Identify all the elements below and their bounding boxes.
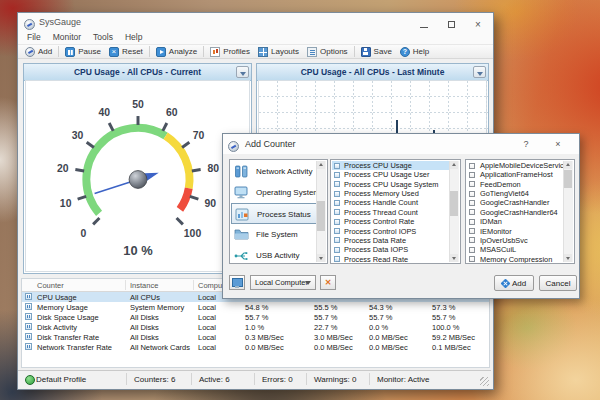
add-button[interactable]: Add [21,46,56,58]
list-item[interactable]: ApplicationFrameHost [467,170,563,179]
separator [58,46,59,57]
scroll-down-icon[interactable] [564,254,572,262]
list-item[interactable]: GoogleCrashHandler [467,198,563,207]
cancel-button[interactable]: Cancel [539,275,577,291]
counter-icon [25,333,32,340]
list-item[interactable]: Process Memory Used [332,189,449,198]
status-warnings: Warnings: 0 [314,375,356,384]
checkbox[interactable] [469,191,475,197]
panel-header: CPU Usage - All CPUs - Current [24,64,251,81]
list-item[interactable]: IDMan [467,217,563,226]
svg-text:50: 50 [132,99,144,110]
profiles-button[interactable]: Profiles [206,46,254,58]
list-item[interactable]: IEMonitor [467,227,563,236]
remove-computer-button[interactable]: ✕ [320,275,336,290]
dialog-help-button[interactable]: ? [517,137,535,151]
scroll-down-icon[interactable] [450,254,458,262]
list-item[interactable]: AppleMobileDeviceService [467,161,563,170]
add-counter-dialog: Add Counter ? × Network Activity Operati… [222,133,580,299]
checkbox[interactable] [469,209,475,215]
list-item[interactable]: Memory Compression [467,255,563,264]
category-process-status[interactable]: Process Status [231,203,317,224]
list-item[interactable]: GoTiengViet64 [467,189,563,198]
list-item[interactable]: Process Data IOPS [332,245,449,254]
table-row[interactable]: Disk ActivityAll DisksLocal1.0 %22.7 %0.… [22,322,489,332]
category-usb-activity[interactable]: USB Activity [231,245,317,264]
reset-button[interactable]: ×Reset [105,46,147,58]
menu-monitor[interactable]: Monitor [47,31,87,44]
layouts-button[interactable]: Layouts [254,46,303,58]
checkbox[interactable] [469,256,475,262]
list-item[interactable]: Process Data Rate [332,236,449,245]
list-item[interactable]: Process CPU Usage [332,161,449,170]
scrollbar-thumb[interactable] [450,191,458,216]
chart-icon [334,163,340,169]
list-item[interactable]: Process Thread Count [332,208,449,217]
separator [306,373,307,385]
scrollbar-thumb[interactable] [564,170,572,188]
monitor-icon [234,185,249,200]
table-row[interactable]: Memory UsageSystem MemoryLocal54.8 %55.5… [22,302,489,312]
list-item[interactable]: Process Handle Count [332,198,449,207]
category-file-system[interactable]: File System [231,224,317,245]
svg-text:90: 90 [205,198,217,209]
menu-tools[interactable]: Tools [87,31,119,44]
scrollbar[interactable] [449,161,459,262]
checkbox[interactable] [469,181,475,187]
separator [254,373,255,385]
scroll-up-icon[interactable] [317,161,325,169]
list-item[interactable]: Process CPU Usage User [332,170,449,179]
category-network-activity[interactable]: Network Activity [231,161,317,182]
add-counter-button[interactable]: Add [494,275,534,291]
checkbox[interactable] [469,200,475,206]
list-item[interactable]: Process Read Rate [332,255,449,264]
analyze-button[interactable]: Analyze [152,46,201,58]
computer-button[interactable] [229,275,245,290]
checkbox[interactable] [469,219,475,225]
dialog-close-button[interactable]: × [549,137,567,151]
list-item[interactable]: GoogleCrashHandler64 [467,208,563,217]
table-row[interactable]: Network Transfer RateAll Network CardsLo… [22,342,489,352]
panel-header: CPU Usage - All CPUs - Last Minute [257,64,488,81]
list-item[interactable]: Process CPU Usage System [332,180,449,189]
checkbox[interactable] [469,228,475,234]
scroll-down-icon[interactable] [317,254,325,262]
help-button[interactable]: ?Help [396,46,433,58]
list-item[interactable]: Process Control IOPS [332,227,449,236]
title-bar[interactable]: SysGauge × [18,13,493,31]
table-row[interactable]: Disk Transfer RateAll DisksLocal0.3 MB/S… [22,332,489,342]
scroll-up-icon[interactable] [450,161,458,169]
maximize-icon [448,21,455,28]
list-item[interactable]: Process Control Rate [332,217,449,226]
computer-select[interactable]: Local Computer [250,275,316,290]
panel-menu-button[interactable] [473,66,486,78]
list-item[interactable]: FeedDemon [467,180,563,189]
save-button[interactable]: Save [357,46,396,58]
options-button[interactable]: Options [303,46,352,58]
status-active: Active: 6 [199,375,230,384]
checkbox[interactable] [469,247,475,253]
scroll-up-icon[interactable] [564,161,572,169]
resize-grip[interactable] [480,377,489,386]
dialog-title-bar[interactable]: Add Counter ? × [223,134,579,154]
menu-help[interactable]: Help [119,31,148,44]
category-operating-system[interactable]: Operating System [231,182,317,203]
checkbox[interactable] [469,237,475,243]
pause-button[interactable]: Pause [61,46,105,58]
panel-menu-button[interactable] [236,66,249,78]
status-bar: Default Profile Counters: 6 Active: 6 Er… [18,370,491,388]
scrollbar[interactable] [316,161,326,262]
list-item[interactable]: IpOverUsbSvc [467,236,563,245]
computer-select-value: Local Computer [255,278,308,287]
checkbox[interactable] [469,172,475,178]
close-button[interactable]: × [466,14,490,30]
table-row[interactable]: Disk Space UsageAll DisksLocal55.7 %55.7… [22,312,489,322]
maximize-button[interactable] [439,14,463,30]
scrollbar[interactable] [563,161,573,262]
scrollbar-thumb[interactable] [317,201,325,231]
checkbox[interactable] [469,163,475,169]
minimize-button[interactable] [412,14,436,30]
menu-file[interactable]: File [21,31,47,44]
category-list: Network Activity Operating System Proces… [229,159,328,264]
list-item[interactable]: MSASCuiL [467,245,563,254]
